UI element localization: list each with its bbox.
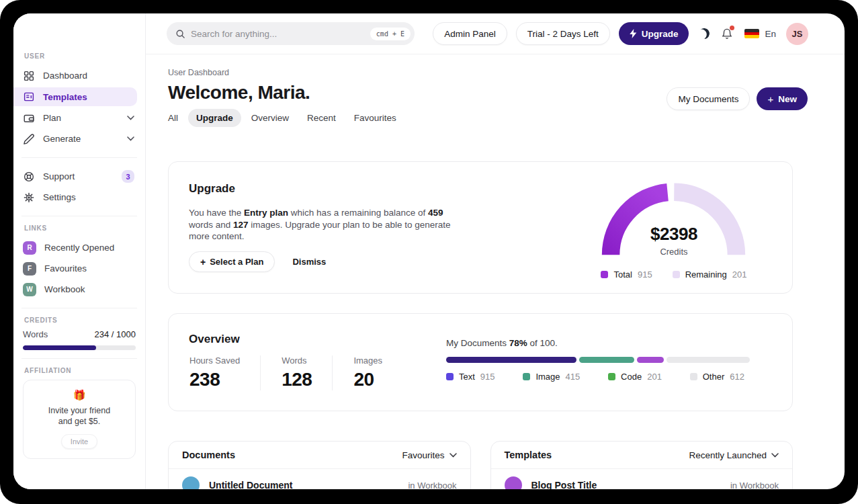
credits-gauge-chart [601, 181, 746, 260]
notifications-bell-icon[interactable] [721, 28, 733, 40]
language-label: En [765, 29, 776, 39]
sidebar-link-recently-opened[interactable]: R Recently Opened [23, 237, 136, 258]
legend-swatch [446, 373, 454, 380]
sidebar-section-links: LINKS [24, 224, 136, 232]
overview-card-title: Overview [189, 333, 240, 346]
credits-label: Words [23, 329, 48, 339]
sidebar-item-support[interactable]: Support 3 [23, 166, 136, 187]
tab-overview[interactable]: Overview [243, 109, 297, 127]
search-icon [175, 29, 185, 39]
topbar-right: Admin Panel Trial - 2 Days Left Upgrade [433, 22, 808, 45]
sidebar-link-label: Recently Opened [44, 243, 114, 253]
bar-segment-image [579, 357, 634, 363]
credits-row: Words 234 / 1000 [23, 329, 136, 339]
document-list-item[interactable]: Untitled Document in Workbook [169, 469, 470, 489]
credits-progress-fill [23, 345, 96, 350]
sidebar-item-templates[interactable]: Templates [13, 87, 137, 106]
my-documents-button[interactable]: My Documents [667, 87, 750, 110]
upgrade-card-actions: + Select a Plan Dismiss [189, 251, 326, 272]
letter-badge: R [23, 241, 36, 255]
templates-card-title: Templates [505, 450, 552, 460]
affiliation-card: 🎁 Invite your friend and get $5. Invite [23, 380, 136, 459]
tab-favourites[interactable]: Favourites [346, 109, 404, 127]
plus-icon: + [200, 257, 206, 267]
legend-item-code: Code 201 [608, 372, 662, 382]
sidebar-section-user: USER [24, 52, 136, 60]
sidebar-item-plan[interactable]: Plan [23, 108, 136, 128]
sidebar-item-label: Support [43, 171, 75, 181]
main-area: cmd + E Admin Panel Trial - 2 Days Left … [146, 13, 845, 489]
sidebar-link-favourites[interactable]: F Favourites [23, 258, 136, 279]
documents-card-title: Documents [182, 450, 235, 460]
lifebuoy-icon [23, 171, 35, 183]
templates-card: Templates Recently Launched Blog Post Ti… [490, 441, 793, 489]
admin-panel-button[interactable]: Admin Panel [433, 22, 507, 45]
sidebar-item-label: Generate [43, 134, 81, 144]
sidebar: USER Dashboard Templates Plan [13, 13, 146, 489]
legend-item-remaining: Remaining 201 [673, 269, 747, 280]
trial-button[interactable]: Trial - 2 Days Left [516, 22, 610, 45]
sidebar-item-settings[interactable]: Settings [23, 187, 136, 208]
sidebar-item-dashboard[interactable]: Dashboard [23, 65, 136, 86]
plus-icon: + [767, 93, 773, 105]
document-title: Untitled Document [209, 480, 292, 489]
bolt-icon [630, 29, 637, 38]
breadcrumb: User Dashboard [168, 68, 229, 77]
stat-words: Words 128 [260, 355, 332, 390]
tab-all[interactable]: All [160, 109, 186, 127]
legend-item-image: Image 415 [523, 372, 580, 382]
dismiss-button[interactable]: Dismiss [292, 257, 326, 267]
gear-icon [23, 192, 35, 204]
templates-card-header: Templates Recently Launched [491, 442, 793, 469]
bottom-cards-row: Documents Favourites Untitled Document i… [168, 441, 793, 489]
wallet-icon [23, 112, 35, 124]
legend-swatch [608, 373, 615, 380]
app-window: USER Dashboard Templates Plan [13, 13, 845, 489]
templates-icon [23, 91, 35, 103]
search-shortcut-badge: cmd + E [370, 28, 411, 40]
upgrade-card: Upgrade You have the Entry plan which ha… [168, 161, 793, 294]
sidebar-link-workbook[interactable]: W Workbook [23, 279, 136, 300]
upgrade-card-body: You have the Entry plan which has a rema… [189, 207, 460, 243]
documents-usage-chart: My Documents 78% of 100. Text 915 [446, 338, 750, 382]
chevron-down-icon [127, 136, 134, 141]
bar-segment-text [446, 357, 576, 363]
sidebar-link-label: Workbook [44, 284, 85, 294]
sidebar-item-label: Settings [43, 192, 76, 202]
legend-swatch [523, 373, 530, 380]
topbar: cmd + E Admin Panel Trial - 2 Days Left … [146, 13, 845, 54]
bar-segment-other [667, 357, 750, 363]
upgrade-button[interactable]: Upgrade [619, 22, 689, 45]
tab-recent[interactable]: Recent [299, 109, 344, 127]
sidebar-item-label: Plan [43, 113, 61, 123]
gauge-legend: Total 915 Remaining 201 [585, 269, 763, 280]
search-bar[interactable]: cmd + E [167, 22, 415, 45]
divider [22, 216, 137, 216]
new-button[interactable]: + New [757, 87, 808, 110]
pencil-icon [23, 133, 35, 145]
page-title: Welcome, Maria. [168, 82, 310, 103]
documents-card-header: Documents Favourites [169, 442, 470, 469]
select-plan-button[interactable]: + Select a Plan [189, 251, 275, 272]
divider [22, 358, 137, 359]
tab-upgrade[interactable]: Upgrade [188, 109, 241, 127]
template-title: Blog Post Title [531, 480, 597, 489]
templates-filter-dropdown[interactable]: Recently Launched [689, 450, 779, 460]
sidebar-item-generate[interactable]: Generate [23, 128, 136, 149]
legend-item-other: Other 612 [690, 372, 744, 382]
language-switcher[interactable]: En [744, 29, 776, 39]
stat-hours-saved: Hours Saved 238 [189, 355, 260, 390]
overview-card: Overview Hours Saved 238 Words 128 Image… [168, 313, 793, 411]
invite-button[interactable]: Invite [61, 434, 97, 449]
user-avatar[interactable]: JS [786, 23, 808, 45]
stat-images: Images 20 [332, 355, 402, 390]
divider [22, 157, 137, 158]
usage-caption: My Documents 78% of 100. [446, 338, 750, 348]
template-list-item[interactable]: Blog Post Title in Workbook [491, 469, 793, 489]
dark-mode-icon[interactable] [698, 28, 710, 40]
tab-bar: All Upgrade Overview Recent Favourites [160, 109, 404, 127]
documents-filter-dropdown[interactable]: Favourites [402, 450, 456, 460]
template-location: in Workbook [730, 480, 779, 490]
template-avatar [505, 476, 522, 489]
search-input[interactable] [191, 29, 365, 39]
